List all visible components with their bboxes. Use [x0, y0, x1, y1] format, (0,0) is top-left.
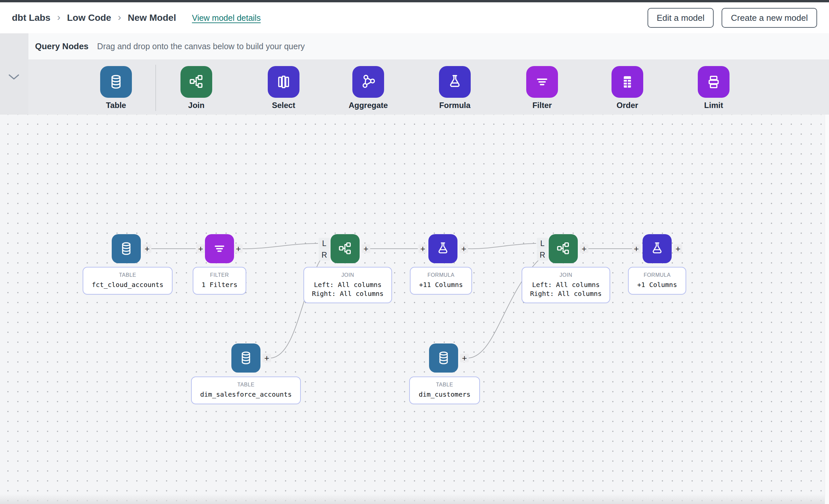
add-node-button[interactable]: +: [262, 354, 271, 362]
aggregate-tile[interactable]: [352, 66, 384, 98]
node-card-filter[interactable]: FILTER 1 Filters: [193, 267, 246, 295]
add-node-button[interactable]: +: [460, 244, 468, 253]
select-tile[interactable]: [268, 66, 299, 98]
breadcrumb: dbt Labs Low Code New Model: [12, 12, 176, 23]
node-formula-2[interactable]: [643, 234, 672, 263]
flask-icon: [649, 241, 665, 257]
vertical-scrollbar[interactable]: [825, 115, 829, 504]
join-icon: [555, 241, 571, 257]
palette-item-label: Filter: [533, 101, 552, 110]
node-value-right: Right: All columns: [530, 289, 602, 298]
share-network-icon: [360, 73, 377, 90]
add-node-button[interactable]: +: [362, 244, 370, 253]
query-canvas[interactable]: + TABLE fct_cloud_accounts + + FILTER 1 …: [0, 115, 829, 504]
add-node-button[interactable]: +: [674, 244, 682, 253]
node-value: fct_cloud_accounts: [92, 280, 164, 289]
palette-item-table[interactable]: Table: [96, 66, 136, 110]
horizontal-scroll-area[interactable]: [0, 494, 829, 504]
edit-model-button[interactable]: Edit a model: [648, 8, 714, 28]
palette-item-formula[interactable]: Formula: [435, 66, 475, 110]
join-left-port[interactable]: L: [319, 238, 330, 249]
join-tile[interactable]: [180, 66, 212, 98]
node-value: 1 Filters: [202, 280, 237, 289]
database-icon: [107, 73, 124, 90]
limit-tile[interactable]: [698, 66, 729, 98]
palette-item-limit[interactable]: Limit: [694, 66, 733, 110]
node-join-2[interactable]: [549, 234, 578, 263]
palette-item-aggregate[interactable]: Aggregate: [349, 66, 388, 110]
add-node-button[interactable]: +: [143, 244, 151, 253]
add-node-button[interactable]: +: [460, 354, 469, 362]
add-node-button[interactable]: +: [234, 244, 243, 253]
palette-divider: [155, 65, 156, 111]
node-card-join-1[interactable]: JOIN Left: All columns Right: All column…: [303, 267, 392, 303]
palette-title: Query Nodes: [35, 41, 88, 51]
join-icon: [337, 241, 353, 257]
node-card-table[interactable]: TABLE dim_customers: [409, 377, 480, 404]
palette-item-label: Aggregate: [349, 101, 388, 110]
node-value-left: Left: All columns: [314, 280, 382, 289]
palette-item-label: Limit: [704, 101, 723, 110]
node-value: dim_customers: [419, 390, 471, 399]
breadcrumb-dbt-labs[interactable]: dbt Labs: [12, 12, 50, 23]
flask-icon: [435, 241, 451, 257]
filter-tile[interactable]: [526, 66, 558, 98]
breadcrumb-low-code[interactable]: Low Code: [67, 12, 111, 23]
join-icon: [188, 73, 205, 90]
chevron-down-icon: [8, 74, 20, 80]
node-card-table[interactable]: TABLE fct_cloud_accounts: [83, 267, 173, 295]
add-node-button[interactable]: +: [196, 244, 205, 253]
node-card-table[interactable]: TABLE dim_salesforce_accounts: [191, 377, 301, 404]
palette-item-order[interactable]: Order: [608, 66, 647, 110]
low-code-app: dbt Labs Low Code New Model View model d…: [0, 0, 829, 504]
node-card-join-2[interactable]: JOIN Left: All columns Right: All column…: [521, 267, 610, 303]
join-right-port[interactable]: R: [319, 249, 330, 261]
database-icon: [436, 350, 452, 366]
node-value: dim_salesforce_accounts: [200, 390, 292, 399]
collapse-panel-button[interactable]: [8, 74, 20, 80]
join-right-port[interactable]: R: [537, 249, 548, 261]
collapse-strip: [0, 33, 28, 115]
add-node-button[interactable]: +: [419, 244, 427, 253]
join-left-port[interactable]: L: [537, 238, 548, 249]
node-type-label: TABLE: [119, 272, 136, 278]
breadcrumb-new-model: New Model: [128, 12, 176, 23]
palette-item-filter[interactable]: Filter: [522, 66, 562, 110]
create-model-button[interactable]: Create a new model: [722, 8, 817, 28]
columns-icon: [275, 73, 292, 90]
palette-item-join[interactable]: Join: [177, 66, 216, 110]
query-nodes-panel: Query Nodes Drag and drop onto the canva…: [0, 33, 829, 115]
flask-icon: [446, 73, 463, 90]
breadcrumb-separator-icon: [57, 12, 61, 22]
node-value: +1 Columns: [637, 280, 677, 289]
node-table-fct-cloud-accounts[interactable]: [112, 234, 141, 263]
node-join-1[interactable]: [330, 234, 360, 263]
palette-item-label: Select: [272, 101, 295, 110]
database-icon: [118, 241, 134, 257]
node-table-dim-customers[interactable]: [429, 344, 458, 373]
header: dbt Labs Low Code New Model View model d…: [0, 2, 829, 33]
table-tile[interactable]: [100, 66, 132, 98]
connection-edges: [0, 115, 829, 504]
node-type-label: FORMULA: [644, 272, 671, 278]
node-card-formula-1[interactable]: FORMULA +11 Columns: [410, 267, 472, 295]
node-formula-1[interactable]: [428, 234, 458, 263]
node-table-dim-salesforce-accounts[interactable]: [231, 344, 260, 373]
formula-tile[interactable]: [439, 66, 471, 98]
node-filter[interactable]: [205, 234, 234, 263]
table-grid-icon: [619, 73, 636, 90]
palette-item-label: Join: [188, 101, 204, 110]
add-node-button[interactable]: +: [632, 244, 641, 253]
order-tile[interactable]: [612, 66, 643, 98]
breadcrumb-separator-icon: [118, 12, 121, 22]
window-top-strip: [0, 0, 829, 2]
node-value-right: Right: All columns: [312, 289, 384, 298]
node-type-label: FORMULA: [427, 272, 455, 278]
palette-item-label: Table: [106, 101, 126, 110]
add-node-button[interactable]: +: [580, 244, 588, 253]
node-card-formula-2[interactable]: FORMULA +1 Columns: [628, 267, 686, 295]
edge: [468, 243, 536, 249]
palette-item-select[interactable]: Select: [264, 66, 303, 110]
stack-rows-icon: [705, 73, 722, 90]
view-model-details-link[interactable]: View model details: [192, 13, 261, 23]
